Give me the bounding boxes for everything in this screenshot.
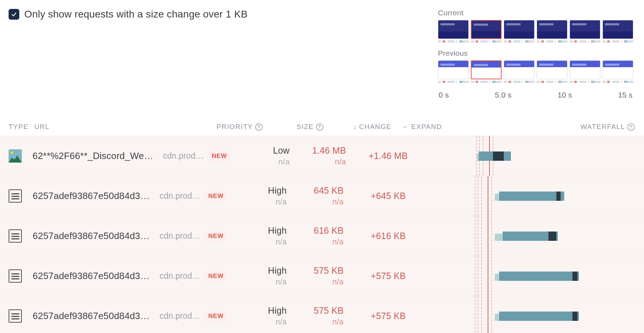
th-waterfall[interactable]: WATERFALL ? [464, 123, 635, 131]
table-row[interactable]: 6257adef93867e50d84d30e2/…cdn.prod…NEWHi… [0, 296, 644, 333]
tick: 10 s [557, 91, 572, 99]
waterfall-bar [495, 272, 579, 281]
size-value: 616 KB [287, 225, 343, 236]
new-badge: NEW [205, 271, 226, 281]
table-row[interactable]: 6257adef93867e50d84d30e2/…cdn.prod…NEWHi… [0, 176, 644, 216]
priority-value: High [226, 225, 287, 236]
time-axis: 0 s 5.0 s 10 s 15 s [438, 89, 633, 99]
th-size-label: SIZE [297, 123, 314, 131]
thumb-current-0[interactable] [438, 20, 469, 39]
url-main: 6257adef93867e50d84d30e2/… [33, 310, 155, 322]
waterfall-marker [491, 296, 492, 333]
help-icon[interactable]: ? [255, 123, 263, 131]
timeline-bar [471, 40, 502, 43]
table-row[interactable]: 62**%2F66**_Discord_Website…cdn.prod…NEW… [0, 136, 644, 176]
size-prev: n/a [287, 317, 343, 327]
size-prev: n/a [287, 237, 343, 247]
url-domain: cdn.prod… [163, 151, 204, 161]
request-rows: 62**%2F66**_Discord_Website…cdn.prod…NEW… [0, 136, 644, 333]
tick: 5.0 s [495, 91, 512, 99]
timeline-bar [602, 40, 633, 43]
previous-label: Previous [438, 49, 633, 58]
filmstrip: Current Previous 0 s 5.0 s [438, 9, 635, 99]
priority-value: High [226, 305, 287, 316]
table-row[interactable]: 6257adef93867e50d84d30e2/…cdn.prod…NEWHi… [0, 256, 644, 296]
th-priority[interactable]: PRIORITY ? [198, 123, 263, 131]
waterfall-marker [491, 256, 492, 296]
waterfall-marker [475, 216, 475, 256]
th-expand-label: EXPAND [411, 123, 442, 131]
thumb-current-2[interactable] [504, 20, 535, 39]
th-size[interactable]: SIZE ? [263, 123, 323, 131]
waterfall-marker [481, 216, 482, 256]
thumb-prev-5[interactable] [602, 60, 633, 79]
waterfall-track [475, 216, 635, 256]
change-value: +575 KB [343, 311, 406, 321]
waterfall-bar [495, 192, 564, 201]
change-value: +575 KB [343, 271, 406, 281]
tick: 15 s [618, 91, 633, 99]
url-domain: cdn.prod… [160, 231, 200, 241]
filter-label: Only show requests with a size change ov… [24, 9, 248, 20]
size-prev: n/a [289, 157, 346, 166]
new-badge: NEW [205, 311, 226, 321]
timeline-bar [438, 40, 469, 43]
text-type-icon [9, 269, 22, 283]
thumb-prev-1[interactable] [471, 60, 502, 79]
th-type[interactable]: TYPE [9, 123, 34, 131]
th-change[interactable]: ↓ CHANGE [323, 123, 391, 131]
current-label: Current [438, 9, 633, 17]
priority-prev: n/a [226, 277, 287, 287]
waterfall-marker [481, 296, 482, 333]
help-icon[interactable]: ? [627, 123, 635, 131]
thumb-current-5[interactable] [602, 20, 633, 39]
arrow-left-icon: ← [402, 123, 409, 131]
url-domain: cdn.prod… [160, 311, 200, 321]
priority-prev: n/a [230, 157, 289, 166]
url-domain: cdn.prod… [160, 191, 200, 201]
thumb-current-3[interactable] [537, 20, 567, 39]
waterfall-marker [488, 296, 488, 333]
thumb-current-1[interactable] [471, 20, 502, 39]
filter-checkbox[interactable] [9, 9, 19, 20]
waterfall-marker [481, 176, 482, 216]
new-badge: NEW [205, 231, 226, 241]
th-waterfall-label: WATERFALL [581, 123, 625, 131]
url-main: 6257adef93867e50d84d30e2/… [33, 270, 155, 282]
waterfall-marker [478, 256, 478, 296]
current-thumbs [438, 20, 633, 43]
priority-prev: n/a [226, 317, 287, 327]
waterfall-marker [478, 176, 478, 216]
change-value: +616 KB [343, 231, 406, 241]
table-header: TYPE URL PRIORITY ? SIZE ? ↓ CHANGE ← EX… [0, 114, 644, 136]
waterfall-bar [495, 232, 558, 241]
thumb-prev-4[interactable] [570, 60, 600, 79]
priority-value: High [226, 185, 287, 196]
text-type-icon [9, 189, 22, 203]
thumb-current-4[interactable] [570, 20, 600, 39]
size-value: 575 KB [287, 265, 343, 276]
text-type-icon [9, 229, 22, 243]
table-row[interactable]: 6257adef93867e50d84d30e2/…cdn.prod…NEWHi… [0, 216, 644, 256]
th-url[interactable]: URL [34, 123, 198, 131]
image-type-icon [9, 149, 22, 163]
size-value: 645 KB [287, 185, 343, 196]
waterfall-bar [477, 151, 511, 161]
thumb-prev-0[interactable] [438, 60, 469, 79]
waterfall-marker [475, 176, 475, 216]
waterfall-track [475, 296, 635, 333]
timeline-bar [537, 40, 567, 43]
help-icon[interactable]: ? [316, 123, 323, 131]
url-main: 62**%2F66**_Discord_Website… [33, 150, 158, 161]
thumb-prev-3[interactable] [537, 60, 567, 79]
th-priority-label: PRIORITY [216, 123, 253, 131]
size-prev: n/a [287, 277, 343, 287]
timeline-bar [537, 81, 567, 83]
size-value: 1.46 MB [289, 145, 346, 156]
waterfall-marker [481, 256, 482, 296]
th-expand[interactable]: ← EXPAND [391, 123, 464, 131]
waterfall-marker [478, 216, 478, 256]
thumb-prev-2[interactable] [504, 60, 535, 79]
timeline-bar [570, 81, 600, 83]
waterfall-track [475, 256, 635, 296]
